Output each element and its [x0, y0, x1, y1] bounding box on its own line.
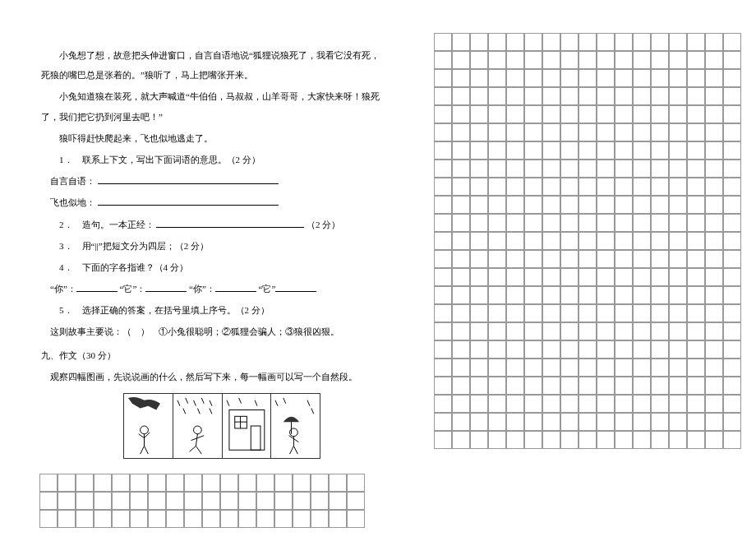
- grid-cell[interactable]: [470, 250, 488, 268]
- grid-cell[interactable]: [579, 87, 597, 105]
- grid-cell[interactable]: [669, 51, 687, 69]
- grid-cell[interactable]: [329, 510, 347, 528]
- grid-cell[interactable]: [723, 340, 741, 359]
- grid-cell[interactable]: [560, 431, 579, 449]
- grid-cell[interactable]: [166, 474, 184, 492]
- grid-cell[interactable]: [687, 69, 705, 87]
- grid-cell[interactable]: [651, 196, 669, 214]
- grid-cell[interactable]: [669, 359, 687, 377]
- grid-cell[interactable]: [452, 413, 470, 431]
- grid-cell[interactable]: [579, 105, 597, 123]
- grid-cell[interactable]: [705, 413, 723, 431]
- grid-cell[interactable]: [347, 492, 365, 510]
- grid-cell[interactable]: [687, 196, 705, 214]
- grid-cell[interactable]: [166, 510, 184, 528]
- grid-cell[interactable]: [506, 359, 524, 377]
- grid-cell[interactable]: [488, 123, 506, 141]
- grid-cell[interactable]: [452, 322, 470, 340]
- grid-cell[interactable]: [615, 178, 633, 196]
- grid-cell[interactable]: [669, 141, 687, 160]
- grid-cell[interactable]: [705, 232, 723, 250]
- grid-cell[interactable]: [633, 395, 651, 413]
- grid-cell[interactable]: [705, 268, 723, 286]
- grid-cell[interactable]: [615, 33, 633, 51]
- grid-cell[interactable]: [488, 51, 506, 69]
- grid-cell[interactable]: [723, 160, 741, 178]
- grid-cell[interactable]: [130, 510, 148, 528]
- grid-cell[interactable]: [506, 250, 524, 268]
- grid-cell[interactable]: [470, 395, 488, 413]
- grid-cell[interactable]: [488, 413, 506, 431]
- grid-cell[interactable]: [705, 51, 723, 69]
- grid-cell[interactable]: [705, 304, 723, 322]
- grid-cell[interactable]: [274, 474, 293, 492]
- grid-cell[interactable]: [560, 413, 579, 431]
- grid-cell[interactable]: [542, 268, 560, 286]
- grid-cell[interactable]: [524, 340, 542, 359]
- grid-cell[interactable]: [723, 250, 741, 268]
- grid-cell[interactable]: [506, 232, 524, 250]
- grid-cell[interactable]: [434, 214, 452, 232]
- grid-cell[interactable]: [524, 160, 542, 178]
- grid-cell[interactable]: [723, 413, 741, 431]
- grid-cell[interactable]: [524, 286, 542, 304]
- grid-cell[interactable]: [705, 250, 723, 268]
- grid-cell[interactable]: [524, 413, 542, 431]
- grid-cell[interactable]: [506, 87, 524, 105]
- grid-cell[interactable]: [506, 33, 524, 51]
- grid-cell[interactable]: [434, 377, 452, 395]
- grid-cell[interactable]: [488, 141, 506, 160]
- grid-cell[interactable]: [687, 340, 705, 359]
- grid-cell[interactable]: [560, 87, 579, 105]
- answer-blank[interactable]: [76, 282, 118, 292]
- grid-cell[interactable]: [452, 286, 470, 304]
- grid-cell[interactable]: [560, 178, 579, 196]
- grid-cell[interactable]: [597, 178, 615, 196]
- grid-cell[interactable]: [470, 322, 488, 340]
- grid-cell[interactable]: [669, 268, 687, 286]
- grid-cell[interactable]: [148, 492, 166, 510]
- grid-cell[interactable]: [130, 474, 148, 492]
- grid-cell[interactable]: [687, 123, 705, 141]
- grid-cell[interactable]: [597, 105, 615, 123]
- grid-cell[interactable]: [560, 304, 579, 322]
- grid-cell[interactable]: [452, 232, 470, 250]
- grid-cell[interactable]: [452, 196, 470, 214]
- grid-cell[interactable]: [524, 214, 542, 232]
- grid-cell[interactable]: [597, 196, 615, 214]
- grid-cell[interactable]: [112, 492, 130, 510]
- writing-grid-right[interactable]: [434, 33, 741, 449]
- grid-cell[interactable]: [542, 69, 560, 87]
- grid-cell[interactable]: [256, 492, 274, 510]
- grid-cell[interactable]: [452, 304, 470, 322]
- grid-cell[interactable]: [633, 141, 651, 160]
- grid-cell[interactable]: [470, 413, 488, 431]
- grid-cell[interactable]: [524, 105, 542, 123]
- grid-cell[interactable]: [542, 359, 560, 377]
- grid-cell[interactable]: [633, 413, 651, 431]
- grid-cell[interactable]: [687, 51, 705, 69]
- answer-blank[interactable]: [275, 282, 316, 292]
- grid-cell[interactable]: [615, 395, 633, 413]
- grid-cell[interactable]: [651, 286, 669, 304]
- grid-cell[interactable]: [615, 286, 633, 304]
- grid-cell[interactable]: [506, 51, 524, 69]
- grid-cell[interactable]: [651, 340, 669, 359]
- grid-cell[interactable]: [560, 268, 579, 286]
- grid-cell[interactable]: [506, 196, 524, 214]
- grid-cell[interactable]: [560, 51, 579, 69]
- grid-cell[interactable]: [470, 178, 488, 196]
- grid-cell[interactable]: [184, 492, 202, 510]
- grid-cell[interactable]: [597, 431, 615, 449]
- grid-cell[interactable]: [524, 33, 542, 51]
- grid-cell[interactable]: [579, 160, 597, 178]
- grid-cell[interactable]: [669, 178, 687, 196]
- grid-cell[interactable]: [470, 286, 488, 304]
- grid-cell[interactable]: [220, 474, 238, 492]
- grid-cell[interactable]: [560, 214, 579, 232]
- grid-cell[interactable]: [651, 160, 669, 178]
- grid-cell[interactable]: [542, 304, 560, 322]
- grid-cell[interactable]: [687, 268, 705, 286]
- grid-cell[interactable]: [615, 340, 633, 359]
- grid-cell[interactable]: [579, 123, 597, 141]
